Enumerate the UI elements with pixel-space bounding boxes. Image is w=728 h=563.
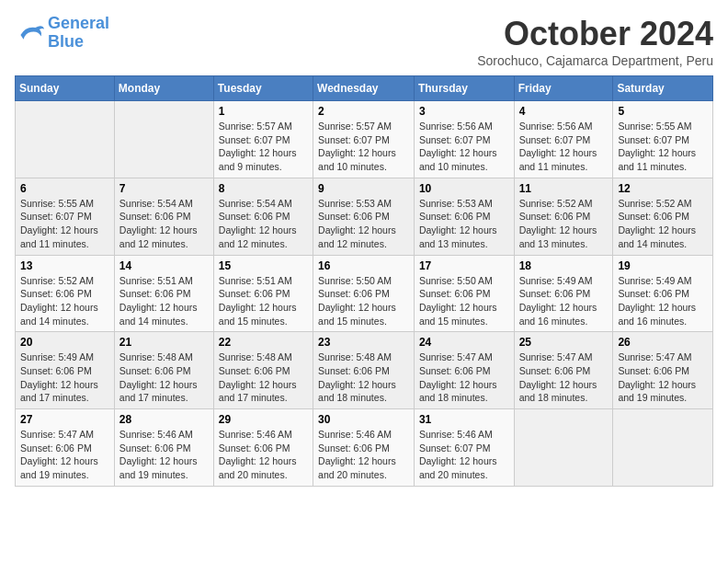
calendar-cell: 8Sunrise: 5:54 AM Sunset: 6:06 PM Daylig… <box>213 178 313 255</box>
day-number: 28 <box>119 413 209 426</box>
day-info: Sunrise: 5:51 AM Sunset: 6:06 PM Dayligh… <box>119 274 209 328</box>
calendar-cell: 1Sunrise: 5:57 AM Sunset: 6:07 PM Daylig… <box>213 101 313 178</box>
day-number: 20 <box>20 336 109 349</box>
day-info: Sunrise: 5:47 AM Sunset: 6:06 PM Dayligh… <box>618 350 708 405</box>
day-info: Sunrise: 5:52 AM Sunset: 6:06 PM Dayligh… <box>519 197 609 251</box>
day-number: 22 <box>219 336 308 349</box>
day-info: Sunrise: 5:56 AM Sunset: 6:07 PM Dayligh… <box>519 120 609 174</box>
day-info: Sunrise: 5:52 AM Sunset: 6:06 PM Dayligh… <box>20 274 109 328</box>
day-number: 1 <box>219 105 308 118</box>
calendar-cell: 9Sunrise: 5:53 AM Sunset: 6:06 PM Daylig… <box>313 178 415 255</box>
day-number: 12 <box>618 182 708 195</box>
day-info: Sunrise: 5:47 AM Sunset: 6:06 PM Dayligh… <box>419 350 509 405</box>
calendar-cell: 21Sunrise: 5:48 AM Sunset: 6:06 PM Dayli… <box>114 332 213 409</box>
week-row-3: 13Sunrise: 5:52 AM Sunset: 6:06 PM Dayli… <box>16 255 713 332</box>
day-number: 9 <box>318 182 409 195</box>
week-row-5: 27Sunrise: 5:47 AM Sunset: 6:06 PM Dayli… <box>16 409 713 487</box>
weekday-header-wednesday: Wednesday <box>313 76 415 101</box>
day-number: 4 <box>519 105 609 118</box>
calendar-cell <box>16 101 115 178</box>
day-info: Sunrise: 5:48 AM Sunset: 6:06 PM Dayligh… <box>119 350 209 405</box>
calendar-cell: 7Sunrise: 5:54 AM Sunset: 6:06 PM Daylig… <box>114 178 213 255</box>
day-number: 29 <box>219 413 308 426</box>
day-number: 8 <box>219 182 308 195</box>
day-info: Sunrise: 5:47 AM Sunset: 6:06 PM Dayligh… <box>519 350 609 405</box>
day-number: 19 <box>618 259 708 272</box>
calendar-cell: 17Sunrise: 5:50 AM Sunset: 6:06 PM Dayli… <box>414 255 514 332</box>
calendar-cell: 10Sunrise: 5:53 AM Sunset: 6:06 PM Dayli… <box>414 178 514 255</box>
day-number: 30 <box>318 413 409 426</box>
calendar-cell: 2Sunrise: 5:57 AM Sunset: 6:07 PM Daylig… <box>313 101 415 178</box>
calendar-cell: 18Sunrise: 5:49 AM Sunset: 6:06 PM Dayli… <box>514 255 613 332</box>
day-number: 7 <box>119 182 209 195</box>
calendar-cell: 12Sunrise: 5:52 AM Sunset: 6:06 PM Dayli… <box>613 178 713 255</box>
calendar-cell: 4Sunrise: 5:56 AM Sunset: 6:07 PM Daylig… <box>514 101 613 178</box>
weekday-header-monday: Monday <box>114 76 213 101</box>
day-info: Sunrise: 5:52 AM Sunset: 6:06 PM Dayligh… <box>618 197 708 251</box>
day-info: Sunrise: 5:53 AM Sunset: 6:06 PM Dayligh… <box>318 197 409 251</box>
day-number: 16 <box>318 259 409 272</box>
location-subtitle: Sorochuco, Cajamarca Department, Peru <box>477 53 713 68</box>
title-block: October 2024 Sorochuco, Cajamarca Depart… <box>477 15 713 68</box>
day-info: Sunrise: 5:53 AM Sunset: 6:06 PM Dayligh… <box>419 197 509 251</box>
day-number: 18 <box>519 259 609 272</box>
day-info: Sunrise: 5:46 AM Sunset: 6:06 PM Dayligh… <box>219 428 308 482</box>
day-info: Sunrise: 5:46 AM Sunset: 6:06 PM Dayligh… <box>119 428 209 482</box>
day-number: 10 <box>419 182 509 195</box>
day-info: Sunrise: 5:56 AM Sunset: 6:07 PM Dayligh… <box>419 120 509 174</box>
day-info: Sunrise: 5:50 AM Sunset: 6:06 PM Dayligh… <box>419 274 509 328</box>
logo-general: General <box>48 14 109 32</box>
calendar-cell: 5Sunrise: 5:55 AM Sunset: 6:07 PM Daylig… <box>613 101 713 178</box>
day-number: 26 <box>618 336 708 349</box>
day-info: Sunrise: 5:46 AM Sunset: 6:06 PM Dayligh… <box>318 428 409 482</box>
logo: General Blue <box>15 15 109 52</box>
day-info: Sunrise: 5:57 AM Sunset: 6:07 PM Dayligh… <box>219 120 308 174</box>
calendar-cell: 31Sunrise: 5:46 AM Sunset: 6:07 PM Dayli… <box>414 409 514 487</box>
day-number: 13 <box>20 259 109 272</box>
day-info: Sunrise: 5:48 AM Sunset: 6:06 PM Dayligh… <box>219 350 308 405</box>
day-number: 5 <box>618 105 708 118</box>
day-info: Sunrise: 5:48 AM Sunset: 6:06 PM Dayligh… <box>318 350 409 405</box>
day-info: Sunrise: 5:54 AM Sunset: 6:06 PM Dayligh… <box>219 197 308 251</box>
week-row-4: 20Sunrise: 5:49 AM Sunset: 6:06 PM Dayli… <box>16 332 713 409</box>
day-number: 15 <box>219 259 308 272</box>
calendar-cell: 14Sunrise: 5:51 AM Sunset: 6:06 PM Dayli… <box>114 255 213 332</box>
calendar-cell: 26Sunrise: 5:47 AM Sunset: 6:06 PM Dayli… <box>613 332 713 409</box>
calendar-cell: 24Sunrise: 5:47 AM Sunset: 6:06 PM Dayli… <box>414 332 514 409</box>
day-number: 31 <box>419 413 509 426</box>
day-info: Sunrise: 5:50 AM Sunset: 6:06 PM Dayligh… <box>318 274 409 328</box>
logo-blue: Blue <box>48 32 84 51</box>
day-number: 24 <box>419 336 509 349</box>
calendar-table: SundayMondayTuesdayWednesdayThursdayFrid… <box>15 75 713 487</box>
day-number: 2 <box>318 105 409 118</box>
week-row-2: 6Sunrise: 5:55 AM Sunset: 6:07 PM Daylig… <box>16 178 713 255</box>
day-number: 6 <box>20 182 109 195</box>
page-header: General Blue October 2024 Sorochuco, Caj… <box>15 15 713 68</box>
month-title: October 2024 <box>477 15 713 53</box>
day-info: Sunrise: 5:57 AM Sunset: 6:07 PM Dayligh… <box>318 120 409 174</box>
day-number: 23 <box>318 336 409 349</box>
day-info: Sunrise: 5:46 AM Sunset: 6:07 PM Dayligh… <box>419 428 509 482</box>
calendar-cell: 27Sunrise: 5:47 AM Sunset: 6:06 PM Dayli… <box>16 409 115 487</box>
calendar-cell: 20Sunrise: 5:49 AM Sunset: 6:06 PM Dayli… <box>16 332 115 409</box>
calendar-cell: 29Sunrise: 5:46 AM Sunset: 6:06 PM Dayli… <box>213 409 313 487</box>
day-number: 17 <box>419 259 509 272</box>
day-info: Sunrise: 5:49 AM Sunset: 6:06 PM Dayligh… <box>618 274 708 328</box>
day-number: 25 <box>519 336 609 349</box>
day-info: Sunrise: 5:55 AM Sunset: 6:07 PM Dayligh… <box>618 120 708 174</box>
day-number: 14 <box>119 259 209 272</box>
day-number: 3 <box>419 105 509 118</box>
day-info: Sunrise: 5:49 AM Sunset: 6:06 PM Dayligh… <box>519 274 609 328</box>
calendar-cell: 15Sunrise: 5:51 AM Sunset: 6:06 PM Dayli… <box>213 255 313 332</box>
weekday-header-saturday: Saturday <box>613 76 713 101</box>
day-number: 11 <box>519 182 609 195</box>
logo-icon <box>15 20 44 46</box>
calendar-cell: 19Sunrise: 5:49 AM Sunset: 6:06 PM Dayli… <box>613 255 713 332</box>
weekday-header-friday: Friday <box>514 76 613 101</box>
calendar-cell: 6Sunrise: 5:55 AM Sunset: 6:07 PM Daylig… <box>16 178 115 255</box>
calendar-cell <box>613 409 713 487</box>
weekday-header-tuesday: Tuesday <box>213 76 313 101</box>
calendar-cell: 23Sunrise: 5:48 AM Sunset: 6:06 PM Dayli… <box>313 332 415 409</box>
day-number: 21 <box>119 336 209 349</box>
calendar-cell: 11Sunrise: 5:52 AM Sunset: 6:06 PM Dayli… <box>514 178 613 255</box>
